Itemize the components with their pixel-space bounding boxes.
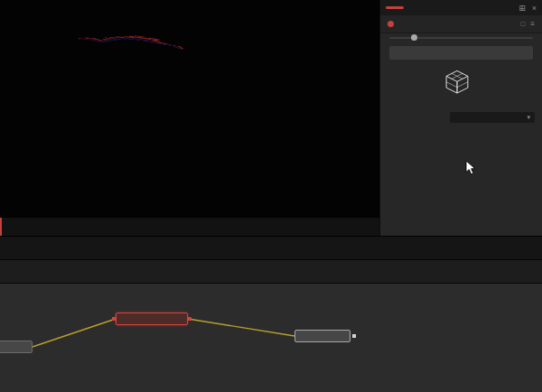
- fusion-app-window: ⊞ × □ ≡: [0, 0, 542, 392]
- viewport-image-apple: [0, 0, 379, 217]
- viewer-panel[interactable]: [0, 0, 379, 217]
- output-connector[interactable]: [352, 334, 356, 338]
- node-supermodulation1[interactable]: [116, 313, 188, 325]
- reload-button[interactable]: [389, 46, 533, 60]
- playhead-marker[interactable]: [0, 218, 2, 237]
- layout-grid-icon[interactable]: ⊞: [519, 4, 526, 13]
- time-ruler[interactable]: [0, 217, 379, 237]
- supermodulation-logo: [380, 66, 542, 100]
- node-header: □ ≡: [380, 15, 542, 33]
- tab-tools[interactable]: [386, 6, 404, 9]
- blend-slider[interactable]: [380, 33, 542, 42]
- modulation-type-dropdown[interactable]: ▾: [450, 112, 535, 123]
- output-connector[interactable]: [188, 317, 192, 321]
- swatch-icon[interactable]: □: [520, 20, 525, 28]
- transport-bar: [0, 236, 542, 260]
- chevron-down-icon: ▾: [527, 114, 530, 121]
- fusion-toolbar: [0, 259, 542, 284]
- mouse-cursor: [465, 160, 477, 176]
- parameter-panel: ▾: [380, 111, 542, 124]
- inspector-topbar: ⊞ ×: [380, 0, 542, 15]
- node-editor[interactable]: [0, 283, 542, 392]
- node-color-dot[interactable]: [388, 21, 394, 27]
- node-mediain2[interactable]: [0, 341, 33, 353]
- menu-icon[interactable]: ≡: [530, 20, 535, 28]
- param-row: ▾: [388, 111, 535, 124]
- node-connections: [0, 284, 542, 392]
- close-icon[interactable]: ×: [532, 4, 537, 13]
- inspector-panel: ⊞ × □ ≡: [379, 0, 542, 236]
- blend-slider-handle[interactable]: [411, 34, 417, 41]
- input-connector[interactable]: [112, 317, 116, 321]
- cube-logo-icon: [442, 68, 472, 98]
- node-mediaout1[interactable]: [294, 330, 350, 342]
- blend-slider-track[interactable]: [389, 37, 533, 39]
